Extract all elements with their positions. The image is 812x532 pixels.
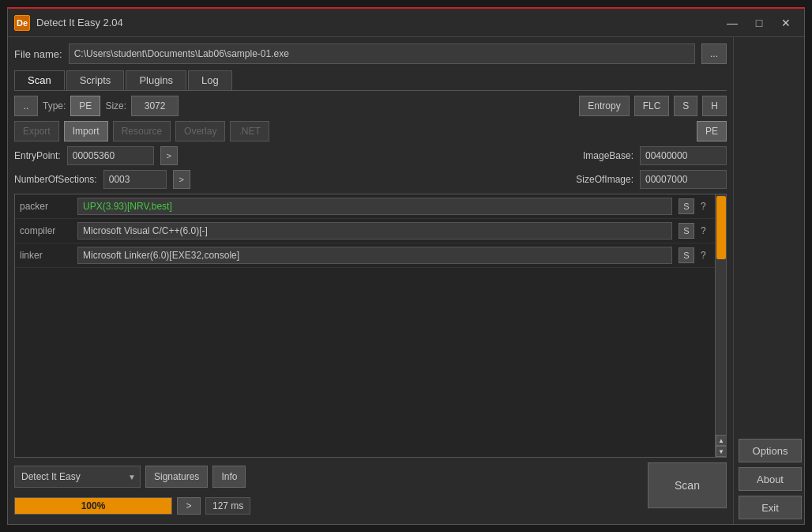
window-controls: — □ ✕	[720, 13, 798, 32]
num-sections-value: 0003	[103, 170, 167, 189]
titlebar: De Detect It Easy 2.04 — □ ✕	[8, 9, 804, 37]
import-btn[interactable]: Import	[64, 121, 108, 141]
result-value: Microsoft Linker(6.0)[EXE32,console]	[77, 247, 672, 264]
entry-point-row: EntryPoint: 00005360 > ImageBase: 004000…	[14, 146, 727, 165]
window-title: Detect It Easy 2.04	[36, 17, 720, 28]
close-button[interactable]: ✕	[774, 13, 798, 32]
flc-btn[interactable]: FLC	[634, 96, 670, 116]
size-label: Size:	[105, 100, 126, 111]
bottom-section: Detect It Easy ▼ Signatures Info 100%	[14, 462, 727, 518]
results-list: packerUPX(3.93)[NRV,best]S?compilerMicro…	[15, 194, 715, 457]
result-question: ?	[701, 201, 710, 212]
file-name-label: File name:	[14, 48, 62, 60]
s-btn[interactable]: S	[674, 96, 697, 116]
left-panel: File name: ... Scan Scripts Plugins Log …	[8, 37, 733, 524]
scroll-up-arrow[interactable]: ▲	[716, 435, 727, 446]
resource-btn[interactable]: Resource	[113, 121, 171, 141]
image-base-value: 00400000	[640, 146, 727, 165]
result-type: packer	[20, 201, 71, 212]
tab-plugins[interactable]: Plugins	[126, 70, 186, 90]
minimize-button[interactable]: —	[720, 13, 744, 32]
app-icon: De	[14, 15, 30, 31]
scrollbar-track[interactable]: ▲ ▼	[715, 194, 726, 457]
progress-bar: 100%	[14, 497, 172, 515]
entry-point-value: 00005360	[67, 146, 154, 165]
scrollbar-arrows: ▲ ▼	[716, 435, 727, 457]
progress-arrow-btn[interactable]: >	[177, 497, 201, 515]
export-btn[interactable]: Export	[14, 121, 59, 141]
type-label: Type:	[43, 100, 66, 111]
tab-scripts[interactable]: Scripts	[66, 70, 125, 90]
entropy-btn[interactable]: Entropy	[579, 96, 629, 116]
result-s-button[interactable]: S	[679, 247, 694, 263]
result-row: linkerMicrosoft Linker(6.0)[EXE32,consol…	[15, 243, 715, 268]
about-btn[interactable]: About	[739, 467, 802, 491]
pe-btn[interactable]: PE	[697, 121, 727, 141]
size-of-image-value: 00007000	[640, 170, 727, 189]
file-row: File name: ...	[14, 43, 727, 64]
result-type: compiler	[20, 225, 71, 236]
info-btn[interactable]: Info	[212, 466, 246, 488]
file-path-input[interactable]	[69, 43, 695, 64]
size-of-image-label: SizeOfImage:	[576, 174, 633, 185]
results-container: packerUPX(3.93)[NRV,best]S?compilerMicro…	[14, 194, 727, 458]
tabs: Scan Scripts Plugins Log	[14, 70, 727, 91]
result-value: UPX(3.93)[NRV,best]	[77, 198, 672, 215]
bottom-left: Detect It Easy ▼ Signatures Info 100%	[14, 462, 643, 518]
result-question: ?	[701, 225, 710, 236]
bottom-bar-row2: 100% > 127 ms	[14, 494, 643, 518]
right-panel: Options About Exit	[733, 37, 804, 524]
toolbar-row-1: .. Type: PE Size: 3072 Entropy FLC S H	[14, 96, 727, 116]
type-value-btn[interactable]: PE	[70, 96, 100, 116]
options-btn[interactable]: Options	[739, 439, 802, 462]
time-display: 127 ms	[205, 497, 250, 515]
image-base-label: ImageBase:	[583, 150, 633, 161]
sections-arrow[interactable]: >	[173, 170, 190, 189]
bottom-bar-row1: Detect It Easy ▼ Signatures Info	[14, 462, 643, 491]
result-row: packerUPX(3.93)[NRV,best]S?	[15, 194, 715, 219]
result-s-button[interactable]: S	[679, 223, 694, 239]
signatures-btn[interactable]: Signatures	[145, 466, 208, 488]
toolbar-row-2: Export Import Resource Overlay .NET PE	[14, 121, 727, 141]
scrollbar-thumb[interactable]	[716, 196, 726, 259]
result-row: compilerMicrosoft Visual C/C++(6.0)[-]S?	[15, 219, 715, 243]
entry-point-label: EntryPoint:	[14, 150, 61, 161]
result-value: Microsoft Visual C/C++(6.0)[-]	[77, 222, 672, 240]
maximize-button[interactable]: □	[747, 13, 771, 32]
progress-fill: 100%	[15, 498, 171, 514]
size-value-btn[interactable]: 3072	[131, 96, 179, 116]
tab-scan[interactable]: Scan	[14, 70, 65, 90]
extra-btn[interactable]: ..	[14, 96, 38, 116]
engine-dropdown[interactable]: Detect It Easy	[14, 466, 141, 488]
result-question: ?	[701, 250, 710, 261]
exit-btn[interactable]: Exit	[739, 496, 802, 519]
progress-text: 100%	[81, 500, 106, 511]
scan-button[interactable]: Scan	[648, 462, 727, 508]
num-sections-label: NumberOfSections:	[14, 174, 97, 185]
tab-log[interactable]: Log	[188, 70, 232, 90]
result-type: linker	[20, 250, 71, 261]
sections-row: NumberOfSections: 0003 > SizeOfImage: 00…	[14, 170, 727, 189]
dropdown-container: Detect It Easy ▼	[14, 466, 141, 488]
scroll-down-arrow[interactable]: ▼	[716, 446, 727, 457]
main-window: De Detect It Easy 2.04 — □ ✕ File name: …	[7, 7, 805, 525]
net-btn[interactable]: .NET	[230, 121, 269, 141]
entry-point-arrow[interactable]: >	[160, 146, 178, 165]
result-s-button[interactable]: S	[679, 198, 694, 214]
browse-button[interactable]: ...	[701, 43, 727, 64]
overlay-btn[interactable]: Overlay	[175, 121, 225, 141]
main-content: File name: ... Scan Scripts Plugins Log …	[8, 37, 804, 524]
h-btn[interactable]: H	[702, 96, 727, 116]
